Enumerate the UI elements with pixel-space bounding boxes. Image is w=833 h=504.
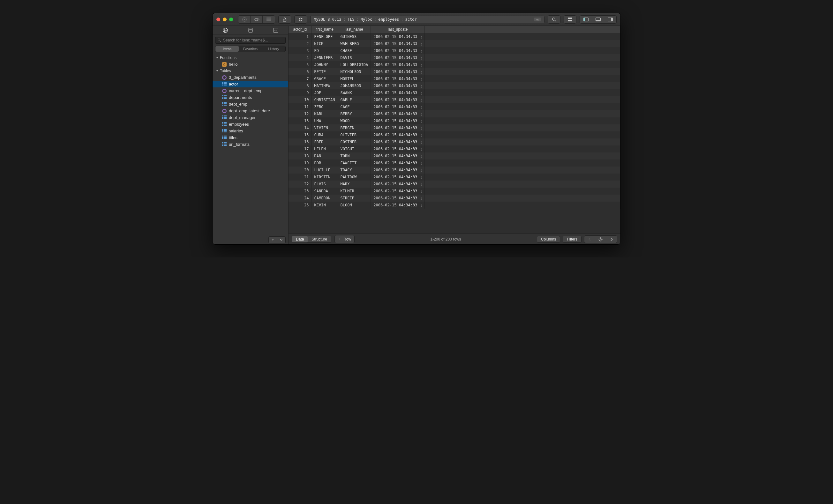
tree-item-table[interactable]: url_formats (213, 141, 288, 148)
cell-last_name[interactable]: OLIVIER (338, 131, 371, 138)
cell-first_name[interactable]: CUBA (311, 131, 338, 138)
tree-item-table[interactable]: titles (213, 134, 288, 141)
cell-last_update[interactable]: 2006-02-15 04:34:33 ▲▼ (371, 47, 425, 54)
table-row[interactable]: 4 JENNIFER DAVIS 2006-02-15 04:34:33 ▲▼ (288, 54, 620, 61)
cell-last_update[interactable]: 2006-02-15 04:34:33 ▲▼ (371, 159, 425, 167)
table-row[interactable]: 23 SANDRA KILMER 2006-02-15 04:34:33 ▲▼ (288, 187, 620, 195)
cell-last_update[interactable]: 2006-02-15 04:34:33 ▲▼ (371, 124, 425, 131)
lock-button[interactable] (279, 16, 291, 23)
cell-last_update[interactable]: 2006-02-15 04:34:33 ▲▼ (371, 103, 425, 110)
cell-last_name[interactable]: BERGEN (338, 124, 371, 131)
cell-last_name[interactable]: STREEP (338, 195, 371, 202)
tree-item-table[interactable]: salaries (213, 128, 288, 134)
sidebar-search-input[interactable]: Search for item: ^name$... (215, 37, 286, 44)
cell-last_update[interactable]: 2006-02-15 04:34:33 ▲▼ (371, 68, 425, 75)
stepper-icon[interactable]: ▲▼ (421, 49, 422, 53)
cell-actor_id[interactable]: 22 (288, 180, 311, 187)
cell-last_update[interactable]: 2006-02-15 04:34:33 ▲▼ (371, 180, 425, 187)
cell-last_update[interactable]: 2006-02-15 04:34:33 ▲▼ (371, 61, 425, 68)
column-header-last_name[interactable]: last_name (338, 26, 371, 33)
stepper-icon[interactable]: ▲▼ (421, 134, 422, 137)
table-row[interactable]: 20 LUCILLE TRACY 2006-02-15 04:34:33 ▲▼ (288, 167, 620, 174)
cell-first_name[interactable]: FRED (311, 138, 338, 146)
cell-last_name[interactable]: FAWCETT (338, 159, 371, 167)
tree-item-table[interactable]: dept_emp (213, 101, 288, 107)
stepper-icon[interactable]: ▲▼ (421, 176, 422, 179)
cell-last_name[interactable]: MOSTEL (338, 75, 371, 82)
layout-right-button[interactable] (604, 16, 616, 23)
table-row[interactable]: 7 GRACE MOSTEL 2006-02-15 04:34:33 ▲▼ (288, 75, 620, 82)
cell-last_name[interactable]: CHASE (338, 47, 371, 54)
tree-item-table[interactable]: current_dept_emp (213, 87, 288, 94)
cell-last_name[interactable]: TRACY (338, 167, 371, 174)
segment-items[interactable]: Items (215, 46, 239, 52)
cell-actor_id[interactable]: 10 (288, 96, 311, 103)
table-row[interactable]: 19 BOB FAWCETT 2006-02-15 04:34:33 ▲▼ (288, 159, 620, 167)
cell-last_update[interactable]: 2006-02-15 04:34:33 ▲▼ (371, 138, 425, 146)
cell-actor_id[interactable]: 25 (288, 202, 311, 209)
add-menu-button[interactable] (277, 237, 285, 243)
view-structure-button[interactable]: Structure (308, 236, 331, 243)
columns-button[interactable]: Columns (537, 236, 560, 243)
cell-first_name[interactable]: LUCILLE (311, 167, 338, 174)
list-button[interactable] (263, 16, 275, 23)
stepper-icon[interactable]: ▲▼ (421, 162, 422, 165)
stepper-icon[interactable]: ▲▼ (421, 120, 422, 123)
sidebar-tab-connection[interactable] (222, 27, 228, 33)
cell-last_update[interactable]: 2006-02-15 04:34:33 ▲▼ (371, 146, 425, 152)
cell-last_name[interactable]: KILMER (338, 187, 371, 195)
cell-last_update[interactable]: 2006-02-15 04:34:33 ▲▼ (371, 131, 425, 138)
next-page-button[interactable] (606, 236, 617, 243)
table-row[interactable]: 17 HELEN VOIGHT 2006-02-15 04:34:33 ▲▼ (288, 146, 620, 152)
cell-last_update[interactable]: 2006-02-15 04:34:33 ▲▼ (371, 195, 425, 202)
cell-actor_id[interactable]: 9 (288, 89, 311, 96)
column-header-first_name[interactable]: first_name (311, 26, 338, 33)
tree-item-function[interactable]: ()hello (213, 61, 288, 68)
table-row[interactable]: 13 UMA WOOD 2006-02-15 04:34:33 ▲▼ (288, 118, 620, 124)
cell-actor_id[interactable]: 3 (288, 47, 311, 54)
table-row[interactable]: 6 BETTE NICHOLSON 2006-02-15 04:34:33 ▲▼ (288, 68, 620, 75)
layout-bottom-button[interactable] (592, 16, 604, 23)
cell-actor_id[interactable]: 19 (288, 159, 311, 167)
stepper-icon[interactable]: ▲▼ (421, 112, 422, 116)
table-row[interactable]: 14 VIVIEN BERGEN 2006-02-15 04:34:33 ▲▼ (288, 124, 620, 131)
cell-actor_id[interactable]: 8 (288, 82, 311, 89)
cell-last_update[interactable]: 2006-02-15 04:34:33 ▲▼ (371, 187, 425, 195)
table-row[interactable]: 3 ED CHASE 2006-02-15 04:34:33 ▲▼ (288, 47, 620, 54)
cell-last_update[interactable]: 2006-02-15 04:34:33 ▲▼ (371, 33, 425, 41)
cell-first_name[interactable]: CHRISTIAN (311, 96, 338, 103)
stepper-icon[interactable]: ▲▼ (421, 64, 422, 67)
cell-first_name[interactable]: NICK (311, 40, 338, 47)
table-row[interactable]: 1 PENELOPE GUINESS 2006-02-15 04:34:33 ▲… (288, 33, 620, 41)
cell-actor_id[interactable]: 7 (288, 75, 311, 82)
cell-actor_id[interactable]: 14 (288, 124, 311, 131)
stepper-icon[interactable]: ▲▼ (421, 183, 422, 186)
tree-item-table[interactable]: dept_manager (213, 114, 288, 121)
minimize-button[interactable] (223, 18, 227, 21)
cell-last_update[interactable]: 2006-02-15 04:34:33 ▲▼ (371, 96, 425, 103)
cell-last_name[interactable]: LOLLOBRIGIDA (338, 61, 371, 68)
table-row[interactable]: 2 NICK WAHLBERG 2006-02-15 04:34:33 ▲▼ (288, 40, 620, 47)
column-header-last_update[interactable]: last_update (371, 26, 425, 33)
cell-actor_id[interactable]: 5 (288, 61, 311, 68)
table-row[interactable]: 5 JOHNNY LOLLOBRIGIDA 2006-02-15 04:34:3… (288, 61, 620, 68)
cell-first_name[interactable]: UMA (311, 118, 338, 124)
segment-favorites[interactable]: Favorites (239, 46, 262, 52)
table-row[interactable]: 12 KARL BERRY 2006-02-15 04:34:33 ▲▼ (288, 110, 620, 118)
stepper-icon[interactable]: ▲▼ (421, 106, 422, 109)
stepper-icon[interactable]: ▲▼ (421, 141, 422, 144)
cell-first_name[interactable]: CAMERON (311, 195, 338, 202)
page-settings-button[interactable] (595, 236, 606, 243)
filters-button[interactable]: Filters (563, 236, 581, 243)
cell-first_name[interactable]: BETTE (311, 68, 338, 75)
cell-actor_id[interactable]: 13 (288, 118, 311, 124)
search-button[interactable] (548, 16, 560, 23)
cell-actor_id[interactable]: 16 (288, 138, 311, 146)
cell-first_name[interactable]: HELEN (311, 146, 338, 152)
add-button[interactable]: ＋ (269, 237, 277, 243)
cell-first_name[interactable]: KARL (311, 110, 338, 118)
breadcrumb[interactable]: MySQL 8.0.12 : TLS : Myloc : employees :… (310, 16, 545, 23)
cell-last_name[interactable]: BLOOM (338, 202, 371, 209)
cell-last_name[interactable]: CAGE (338, 103, 371, 110)
cell-last_update[interactable]: 2006-02-15 04:34:33 ▲▼ (371, 167, 425, 174)
